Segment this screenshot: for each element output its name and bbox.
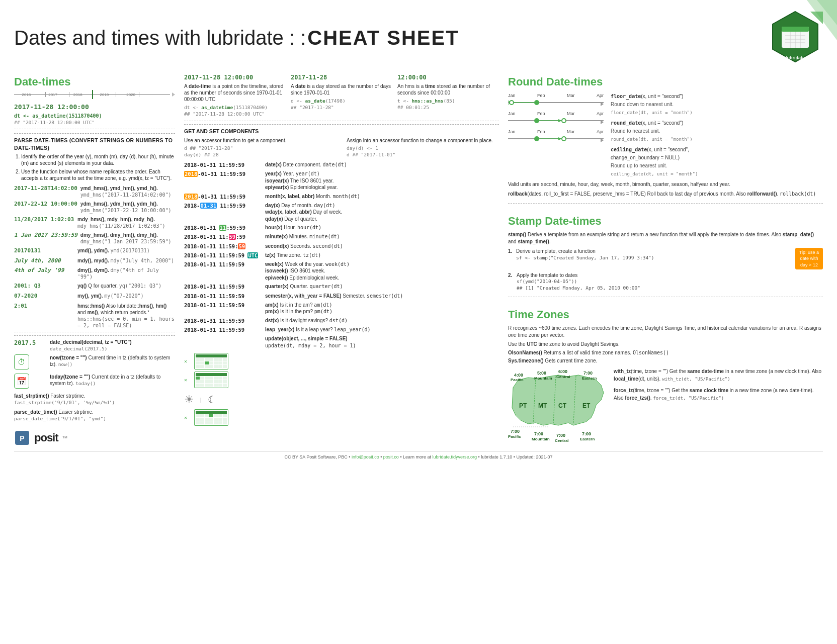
datetime-box-text: A date-time is a point on the timeline, … [184, 83, 286, 103]
comp-row-day: 2018-01-31 11:59:59 day(x) Day of month.… [184, 202, 499, 223]
footer-updated: Updated: 2021-07 [516, 454, 552, 459]
tz-funcs-text: with_tz(time, tzone = "") Get the same d… [614, 367, 823, 402]
ceiling-tl: JanFebMarApr [508, 129, 604, 143]
comp-row-second: 2018-01-31 11:59:59 second(x) Seconds. s… [184, 243, 499, 250]
svg-text:PT: PT [519, 402, 527, 409]
component-rows: 2018-01-31 11:59:59 date(x) Date compone… [184, 161, 499, 349]
svg-text:Pacific: Pacific [511, 378, 524, 382]
parse-row-1: 2017-22-12 10:00:00 ydm_hms(), ydm_hm(),… [14, 201, 175, 214]
comp-row-tz: 2018-01-31 11:59:59 UTC tz(x) Time zone.… [184, 252, 499, 259]
func-row-fast-strptime: fast_strptime() Faster strptime. fast_st… [14, 393, 175, 406]
footer-email[interactable]: info@posit.co [352, 454, 379, 459]
stamp-section: Stamp Date-times stamp() Derive a templa… [508, 213, 823, 294]
parse-row-5: July 4th, 2000 mdy(), myd(). mdy("July 4… [14, 257, 175, 265]
get-set-desc-1: Use an accessor function to get a compon… [184, 137, 337, 158]
stamp-step-1-row: 1. Derive a template, create a function … [508, 248, 823, 269]
svg-text:Pacific: Pacific [508, 434, 521, 439]
title-normal: Dates and times with lubridate : : [14, 27, 306, 49]
dt-main-label: 2017-11-28 12:00:00 [14, 103, 175, 112]
svg-text:Central: Central [555, 438, 569, 443]
tip-box: Tip: use adate withday > 12 [795, 248, 823, 269]
svg-text:Eastern: Eastern [580, 437, 595, 441]
timeline-arrow [172, 93, 175, 97]
footer-learn-link[interactable]: lubridate.tidyverse.org [433, 454, 477, 459]
right-divider-1 [508, 203, 823, 204]
round-tl-group: JanFebMarApr [508, 93, 823, 178]
cal-grid-2 [194, 372, 228, 388]
svg-text:MT: MT [538, 402, 547, 409]
func-row-decimal: 2017.5 date_decimal(decimal, tz = "UTC")… [14, 339, 175, 352]
calendar-icon: 📅 [14, 374, 29, 389]
datetime-box-assign: dt <- as_datetime(1511870400) ## "2017-1… [184, 105, 286, 118]
parse-intro-list: Identify the order of the year (y), mont… [14, 153, 175, 182]
parse-section: PARSE DATE-TIMES (Convert strings or num… [14, 133, 175, 329]
tz-map-container: PT MT CT ET 4:00 5:00 6:00 7:00 [508, 367, 823, 438]
svg-text:7:00: 7:00 [583, 371, 593, 376]
svg-text:7:00: 7:00 [556, 433, 565, 438]
cal-row-2: ✕ [184, 372, 499, 388]
comp-row-hour: 2018-01-31 11:59:59 hour(x) Hour. hour(d… [184, 224, 499, 231]
valid-units-text: Valid units are second, minute, hour, da… [508, 181, 823, 188]
parse-row-7: 2001: Q3 yq() Q for quarter. yq("2001: Q… [14, 283, 175, 290]
hms-box-assign: t <- hms::as_hms(85) ## 00:01:25 [397, 98, 499, 111]
timeline-row: 2016 2017 2018 2019 2020 [14, 93, 175, 97]
right-column: Round Date-times JanFebMarApr [508, 73, 823, 446]
hms-box-text: An hms is a time stored as the number of… [397, 83, 499, 96]
with-tz-func: with_tz(time, tzone = "") Get the same d… [614, 367, 823, 383]
mid-divider-1 [184, 121, 499, 121]
svg-text:6:00: 6:00 [558, 369, 567, 374]
date-box: 2017-11-28 A date is a day stored as the… [291, 73, 392, 118]
stamp-desc: stamp() Derive a template from an exampl… [508, 231, 823, 245]
parse-row-0: 2017-11-28T14:02:00 ymd_hms(), ymd_hm(),… [14, 185, 175, 198]
divider-1 [14, 129, 175, 129]
ceiling-date-func: ceiling_date(x, unit = "second", change_… [611, 146, 823, 178]
footer-website[interactable]: posit.co [383, 454, 399, 459]
svg-text:7:00: 7:00 [534, 431, 543, 436]
bottom-funcs-section: 2017.5 date_decimal(decimal, tz = "UTC")… [14, 335, 175, 422]
parse-rows-block: 2017-11-28T14:02:00 ymd_hms(), ymd_hm(),… [14, 185, 175, 329]
hms-box-header: 12:00:00 [397, 73, 499, 81]
parse-intro-item-1: Identify the order of the year (y), mont… [21, 153, 175, 167]
round-tl-visual: JanFebMarApr [508, 93, 604, 145]
mid-top-boxes: 2017-11-28 12:00:00 A date-time is a poi… [184, 73, 499, 118]
svg-text:lubridate: lubridate [786, 55, 805, 60]
parse-row-3: 1 Jan 2017 23:59:59 dmy_hms(), dmy_hm(),… [14, 232, 175, 245]
svg-text:CT: CT [558, 402, 567, 409]
round-tl: JanFebMarApr [508, 111, 604, 125]
parse-row-8: 07-2020 my(), ym(). my("07-2020") [14, 293, 175, 300]
posit-logo: P posit ™ [14, 430, 175, 446]
cal-grid-3 [194, 409, 228, 426]
date-times-section: Date-times 2016 2017 2018 2019 2020 [14, 74, 175, 126]
get-set-desc-2: Assign into an accessor function to chan… [347, 137, 499, 158]
cal-row-x: ✕ [184, 409, 499, 426]
datetime-box: 2017-11-28 12:00:00 A date-time is a poi… [184, 73, 286, 118]
posit-tm: ™ [62, 434, 68, 442]
cal-row-1: ✕ [184, 353, 499, 370]
dt-assign-block: dt <- as_datetime(1511870400) ## "2017-1… [14, 113, 175, 126]
date-box-header: 2017-11-28 [291, 73, 392, 81]
comp-row-semester: 2018-01-31 11:59:59 semester(x, with_yea… [184, 293, 499, 300]
floor-tl: JanFebMarApr [508, 93, 604, 107]
svg-text:Eastern: Eastern [582, 376, 597, 381]
func-row-parse-date-time: parse_date_time() Easier strptime. parse… [14, 409, 175, 422]
title-bold: CHEAT SHEET [307, 27, 459, 49]
footer-package: lubridate 1.7.10 [481, 454, 512, 459]
svg-text:Central: Central [556, 375, 570, 379]
cal-row-3: ☀ | ☾ [184, 392, 499, 407]
left-column: Date-times 2016 2017 2018 2019 2020 [14, 73, 175, 446]
mid-column: 2017-11-28 12:00:00 A date-time is a poi… [184, 73, 499, 446]
get-set-section: GET AND SET COMPONENTS Use an accessor f… [184, 124, 499, 349]
clock-icon: ⏱ [14, 354, 29, 370]
moon-icon: ☾ [208, 393, 217, 407]
right-divider-2 [508, 297, 823, 297]
footer-learn: Learn more at [403, 454, 433, 459]
tz-section: Time Zones R recognizes ~600 time zones.… [508, 306, 823, 438]
parse-row-9: 2:01 hms::hms() Also lubridate::hms(), h… [14, 303, 175, 329]
date-box-text: A date is a day stored as the number of … [291, 83, 392, 96]
datetime-box-header: 2017-11-28 12:00:00 [184, 73, 286, 81]
tz-olsonnames: OlsonNames() Returns a list of valid tim… [508, 349, 823, 356]
hms-box: 12:00:00 An hms is a time stored as the … [397, 73, 499, 118]
page-title: Dates and times with lubridate : : CHEAT… [14, 24, 459, 51]
svg-text:7:00: 7:00 [582, 431, 591, 436]
stamp-steps: 1. Derive a template, create a function … [508, 248, 823, 292]
